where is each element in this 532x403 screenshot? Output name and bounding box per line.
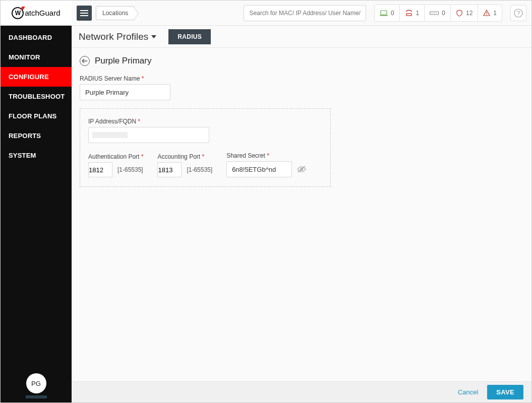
breadcrumb-locations[interactable]: Locations: [96, 6, 135, 20]
page-title: Purple Primary: [95, 56, 151, 66]
acct-port-hint: [1-65535]: [187, 166, 212, 173]
field-radius-name: RADIUS Server Name *: [80, 75, 523, 100]
svg-point-5: [433, 13, 434, 14]
sidebar-item-monitor[interactable]: MONITOR: [1, 47, 72, 67]
auth-port-hint: [1-65535]: [117, 166, 143, 173]
app-root: WatchGuard DASHBOARD MONITOR CONFIGURE T…: [0, 0, 532, 403]
logo-text: WatchGuard: [12, 7, 60, 19]
auth-port-label: Authentication Port *: [88, 153, 143, 160]
field-auth-port: Authentication Port * [1-65535]: [88, 153, 143, 177]
avatar-underline: [26, 395, 47, 398]
search-input[interactable]: [244, 5, 366, 21]
main: Locations 0 1 0 12: [72, 1, 531, 402]
sidebar-nav: DASHBOARD MONITOR CONFIGURE TROUBLESHOOT…: [1, 26, 72, 165]
switch-icon: [430, 11, 439, 16]
ip-redacted-overlay: [92, 132, 128, 138]
help-button[interactable]: ?: [510, 5, 526, 21]
stat-devices[interactable]: 0: [375, 5, 400, 21]
field-ip: IP Address/FQDN *: [88, 118, 322, 143]
svg-point-4: [431, 13, 432, 14]
field-shared-secret: Shared Secret *: [226, 152, 306, 177]
radius-name-input[interactable]: [80, 84, 170, 100]
svg-point-7: [436, 13, 437, 14]
logo[interactable]: WatchGuard: [1, 1, 72, 26]
save-button[interactable]: SAVE: [487, 385, 523, 399]
sidebar-item-dashboard[interactable]: DASHBOARD: [1, 28, 72, 47]
cancel-button[interactable]: Cancel: [458, 388, 478, 396]
footer: Cancel SAVE: [72, 381, 531, 402]
secret-input[interactable]: [226, 161, 292, 177]
tab-radius[interactable]: RADIUS: [168, 29, 211, 44]
sidebar-item-floorplans[interactable]: FLOOR PLANS: [1, 106, 72, 126]
server-fieldset: IP Address/FQDN * Authentication Port * …: [80, 108, 331, 187]
hamburger-icon: [80, 10, 88, 16]
toggle-secret-visibility-button[interactable]: [297, 166, 306, 173]
avatar[interactable]: PG: [26, 373, 46, 393]
page-title-row: Purple Primary: [80, 56, 523, 66]
sidebar-item-reports[interactable]: REPORTS: [1, 126, 72, 146]
sidebar-item-troubleshoot[interactable]: TROUBLESHOOT: [1, 87, 72, 106]
topbar: Locations 0 1 0 12: [72, 1, 531, 26]
eye-off-icon: [297, 166, 306, 173]
radius-name-label: RADIUS Server Name *: [80, 75, 523, 82]
stat-devices-value: 0: [391, 10, 394, 17]
acct-port-input[interactable]: [157, 162, 182, 177]
stat-alerts-value: 1: [493, 10, 497, 17]
svg-rect-0: [381, 11, 387, 15]
alert-triangle-icon: [483, 10, 490, 16]
svg-rect-1: [380, 15, 388, 16]
subheader: Network Profiles RADIUS: [72, 26, 531, 48]
acct-port-label: Accounting Port *: [157, 153, 212, 160]
svg-text:?: ?: [517, 10, 520, 16]
shield-icon: [456, 10, 463, 17]
breadcrumb-label: Locations: [102, 10, 128, 17]
stat-switches-value: 0: [442, 10, 445, 17]
help-icon: ?: [514, 9, 523, 18]
section-dropdown-network-profiles[interactable]: Network Profiles: [79, 31, 156, 42]
ap-icon: [405, 10, 413, 17]
ports-row: Authentication Port * [1-65535] Accounti…: [88, 152, 322, 177]
sidebar-item-system[interactable]: SYSTEM: [1, 146, 72, 165]
content: Purple Primary RADIUS Server Name * IP A…: [72, 48, 531, 381]
sidebar-item-configure[interactable]: CONFIGURE: [1, 67, 72, 87]
stat-security-value: 12: [466, 10, 472, 17]
stat-aps[interactable]: 1: [400, 5, 425, 21]
stat-aps-value: 1: [416, 10, 420, 17]
secret-label: Shared Secret *: [226, 152, 306, 159]
arrow-left-icon: [82, 59, 87, 63]
svg-point-9: [487, 14, 488, 15]
section-title-label: Network Profiles: [79, 31, 148, 42]
back-button[interactable]: [80, 56, 90, 66]
stat-alerts[interactable]: 1: [478, 5, 502, 21]
svg-line-13: [298, 166, 305, 172]
svg-rect-3: [430, 12, 439, 15]
ip-label: IP Address/FQDN *: [88, 118, 322, 125]
stat-switches[interactable]: 0: [425, 5, 451, 21]
logo-mark-icon: W: [12, 7, 24, 19]
field-acct-port: Accounting Port * [1-65535]: [157, 153, 212, 177]
stat-security[interactable]: 12: [451, 5, 478, 21]
sidebar: WatchGuard DASHBOARD MONITOR CONFIGURE T…: [1, 1, 72, 402]
hamburger-menu-button[interactable]: [77, 6, 92, 21]
svg-point-6: [434, 13, 435, 14]
chevron-down-icon: [151, 35, 156, 38]
laptop-icon: [380, 10, 388, 16]
stat-group: 0 1 0 12 1: [374, 5, 502, 22]
auth-port-input[interactable]: [88, 162, 112, 177]
svg-rect-2: [406, 14, 411, 16]
